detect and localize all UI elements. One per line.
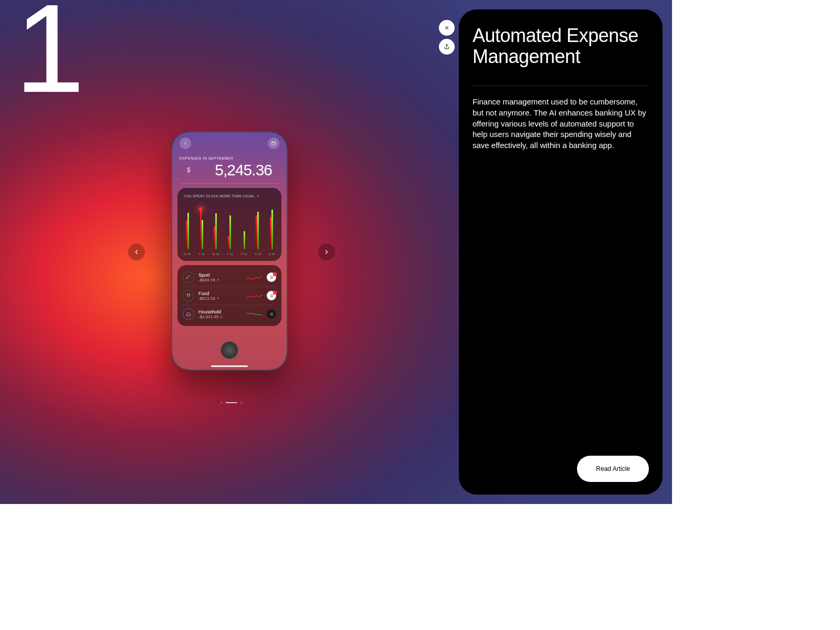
category-amount: -$343.78: [198, 278, 243, 282]
sparkline: [247, 311, 262, 317]
category-amount: -$513.33: [198, 296, 243, 301]
panel-body: Finance management used to be cumbersome…: [472, 97, 649, 151]
category-action-button[interactable]: [267, 291, 276, 300]
weekly-bar-chart: [184, 203, 275, 249]
insight-label: YOU SPENT 24.41% MORE THAN USUAL: [184, 194, 275, 198]
phone-screen: EXPENSES IN SEPTEMBER $ 5,245.36 YOU SPE…: [172, 132, 287, 370]
svg-point-1: [186, 278, 187, 279]
pagination-dot-active[interactable]: [226, 402, 237, 403]
arrow-left-icon: [183, 141, 188, 146]
category-row-household[interactable]: Household -$1,921.45: [182, 304, 277, 323]
home-indicator[interactable]: [211, 365, 248, 367]
category-name: Sport: [198, 272, 243, 278]
arrow-left-icon: [133, 248, 140, 256]
notification-badge: [273, 272, 277, 276]
share-icon: [444, 44, 450, 50]
slide-number: 1: [15, 0, 79, 111]
pagination-dot[interactable]: [240, 402, 243, 403]
fingerprint-sensor[interactable]: [220, 341, 238, 359]
sport-icon: [183, 271, 194, 283]
currency-symbol: $: [187, 161, 191, 174]
close-icon: [444, 25, 450, 31]
category-row-sport[interactable]: Sport -$343.78: [182, 268, 277, 286]
next-slide-button[interactable]: [318, 244, 335, 260]
info-panel: Automated Expense Management Finance man…: [459, 9, 663, 495]
expenses-label: EXPENSES IN SEPTEMBER: [172, 149, 287, 161]
category-list: Sport -$343.78 Food -$513.33: [177, 265, 281, 326]
pagination-dot[interactable]: [220, 402, 223, 403]
prev-slide-button[interactable]: [128, 244, 145, 260]
arrow-up-icon: [256, 194, 260, 198]
expenses-amount: $ 5,245.36: [180, 161, 279, 184]
category-amount: -$1,921.45: [198, 314, 243, 319]
pagination-dots[interactable]: [220, 402, 243, 403]
category-action-button[interactable]: [267, 272, 276, 282]
spending-chart-card: YOU SPENT 24.41% MORE THAN USUAL M 18T 1…: [177, 188, 281, 261]
category-action-button[interactable]: [267, 309, 276, 319]
notification-badge: [273, 291, 277, 295]
read-article-button[interactable]: Read Article: [577, 456, 649, 482]
category-name: Food: [198, 291, 243, 296]
chart-x-labels: M 18T 19W 20T 21F 22S 23S 24: [184, 253, 275, 256]
category-name: Household: [198, 309, 243, 314]
divider: [472, 86, 649, 86]
close-button[interactable]: [439, 20, 455, 36]
sparkline: [247, 274, 262, 280]
settings-icon: [269, 312, 274, 317]
category-row-food[interactable]: Food -$513.33: [182, 286, 277, 304]
share-button[interactable]: [439, 39, 455, 55]
panel-title: Automated Expense Management: [472, 25, 649, 67]
food-icon: [183, 290, 194, 301]
household-icon: [183, 308, 194, 320]
arrow-right-icon: [323, 248, 330, 256]
svg-rect-0: [272, 142, 276, 145]
calendar-button[interactable]: [268, 138, 279, 149]
sparkline: [247, 292, 262, 299]
amount-value: 5,245.36: [194, 161, 272, 179]
phone-mockup: EXPENSES IN SEPTEMBER $ 5,245.36 YOU SPE…: [171, 131, 288, 371]
calendar-icon: [271, 141, 276, 146]
slide-stage: 1 EXPENSES IN SEPTEMBER $ 5,245.36: [0, 0, 672, 504]
back-button[interactable]: [180, 138, 191, 149]
